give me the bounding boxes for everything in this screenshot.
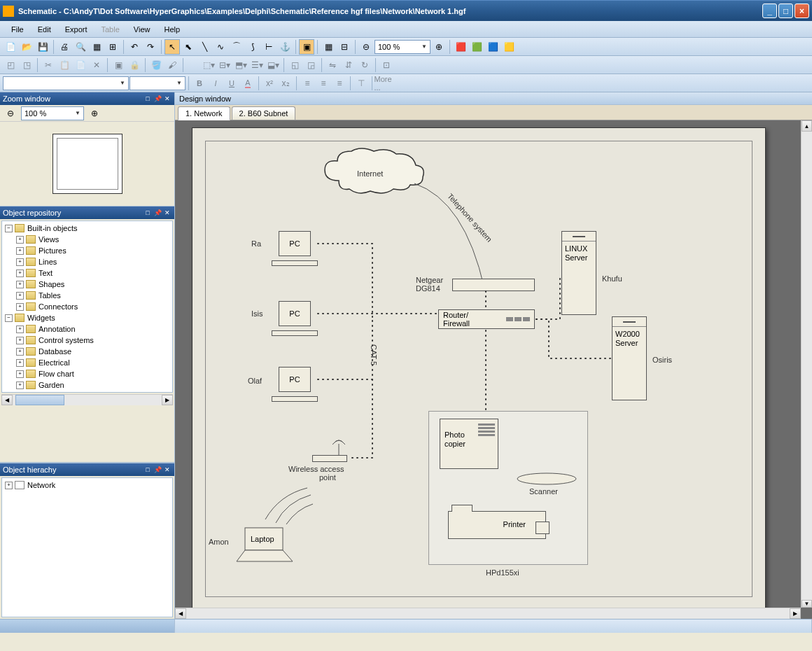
page-setup-button[interactable]: ▦ bbox=[89, 39, 104, 55]
menu-view[interactable]: View bbox=[128, 23, 156, 36]
w2000-server[interactable]: W2000 Server bbox=[612, 316, 647, 400]
tree-node-builtin[interactable]: −Built-in objects bbox=[4, 223, 171, 234]
minimize-button[interactable]: _ bbox=[762, 4, 777, 18]
italic-button[interactable]: I bbox=[208, 76, 223, 91]
repository-tree[interactable]: −Built-in objects +Views +Pictures +Line… bbox=[1, 220, 173, 393]
open-button[interactable]: 📂 bbox=[19, 39, 34, 55]
tab-b60-subnet[interactable]: 2. B60 Subnet bbox=[232, 106, 296, 120]
expand-icon[interactable]: + bbox=[16, 326, 24, 333]
horizontal-scrollbar[interactable]: ◀ ▶ bbox=[175, 608, 801, 619]
polyline-tool[interactable]: ∿ bbox=[213, 39, 228, 55]
tree-node-text[interactable]: +Text bbox=[4, 267, 171, 279]
align-t-button[interactable]: ⬒▾ bbox=[233, 57, 248, 73]
curve-tool[interactable]: ⌒ bbox=[229, 39, 244, 55]
scanner[interactable] bbox=[515, 472, 578, 486]
menu-help[interactable]: Help bbox=[158, 23, 186, 36]
expand-icon[interactable]: + bbox=[16, 382, 24, 389]
dist-h-button[interactable]: ⬚▾ bbox=[201, 57, 216, 73]
tree-node-widgets[interactable]: −Widgets bbox=[4, 312, 171, 323]
copy-button[interactable]: 📋 bbox=[57, 57, 72, 73]
expand-icon[interactable]: + bbox=[16, 348, 24, 356]
expand-icon[interactable]: + bbox=[16, 292, 24, 300]
amon-label[interactable]: Amon bbox=[209, 538, 229, 546]
arc-tool[interactable]: ⟆ bbox=[245, 39, 260, 55]
osiris-label[interactable]: Osiris bbox=[652, 356, 672, 364]
linux-server[interactable]: LINUX Server bbox=[561, 231, 596, 315]
redo-button[interactable]: ↷ bbox=[143, 39, 158, 55]
tree-node-flowchart[interactable]: +Flow chart bbox=[4, 368, 171, 379]
align-b-button[interactable]: ⬓▾ bbox=[265, 57, 281, 73]
expand-icon[interactable]: + bbox=[5, 482, 13, 489]
cut-button[interactable]: ✂ bbox=[41, 57, 56, 73]
expand-icon[interactable]: + bbox=[16, 281, 24, 288]
align-left-button[interactable]: ◰ bbox=[3, 57, 18, 73]
olaf-label[interactable]: Olaf bbox=[248, 377, 262, 385]
bold-button[interactable]: B bbox=[192, 76, 207, 91]
netgear-label[interactable]: Netgear bbox=[416, 276, 443, 284]
vertical-scrollbar[interactable]: ▲ ▼ bbox=[801, 120, 812, 608]
cat5-label[interactable]: CAT 5 bbox=[370, 344, 378, 365]
expand-icon[interactable]: + bbox=[16, 337, 24, 344]
tree-node-tables[interactable]: +Tables bbox=[4, 290, 171, 301]
layers-mix-button[interactable]: 🟨 bbox=[501, 39, 517, 55]
dist-v-button[interactable]: ⊟▾ bbox=[217, 57, 232, 73]
flip-v-button[interactable]: ⇵ bbox=[341, 57, 356, 73]
tree-node-pictures[interactable]: +Pictures bbox=[4, 245, 171, 256]
subscript-button[interactable]: x₂ bbox=[278, 76, 293, 91]
printer[interactable]: Printer bbox=[448, 511, 546, 539]
save-button[interactable]: 💾 bbox=[35, 39, 50, 55]
network-diagram[interactable]: Internet Telephone system PC Ra PC bbox=[206, 141, 752, 596]
pc-ra-base[interactable] bbox=[272, 260, 318, 266]
zoom-out-button[interactable]: ⊖ bbox=[358, 39, 374, 55]
maximize-button[interactable]: □ bbox=[778, 4, 793, 18]
expand-icon[interactable]: + bbox=[16, 370, 24, 378]
expand-icon[interactable]: + bbox=[16, 258, 24, 266]
zoom-in-button[interactable]: ⊕ bbox=[431, 39, 447, 55]
lock-button[interactable]: 🔒 bbox=[127, 57, 142, 73]
pc-ra-monitor[interactable]: PC bbox=[279, 231, 311, 256]
panel-close-icon[interactable]: ✕ bbox=[163, 94, 172, 103]
flip-h-button[interactable]: ⇋ bbox=[325, 57, 340, 73]
zoom-in-panel-button[interactable]: ⊕ bbox=[87, 106, 102, 121]
select-tool[interactable]: ↖ bbox=[164, 39, 180, 55]
isis-label[interactable]: Isis bbox=[251, 309, 263, 318]
expand-icon[interactable]: + bbox=[16, 359, 24, 367]
wireless-ap[interactable] bbox=[312, 455, 347, 462]
tree-node-lines[interactable]: +Lines bbox=[4, 256, 171, 267]
scroll-thumb[interactable] bbox=[15, 395, 64, 405]
hierarchy-tree[interactable]: +Network bbox=[1, 477, 173, 617]
point-label[interactable]: point bbox=[319, 473, 336, 482]
tab-network[interactable]: 1. Network bbox=[178, 106, 230, 120]
pc-isis-base[interactable] bbox=[272, 330, 318, 336]
paste-button[interactable]: 📄 bbox=[73, 57, 88, 73]
snap-button[interactable]: ▣ bbox=[299, 39, 314, 55]
grid-button[interactable]: ▦ bbox=[321, 39, 336, 55]
zoom-combo[interactable]: 100 % ▼ bbox=[374, 40, 430, 54]
tree-node-annotation[interactable]: +Annotation bbox=[4, 323, 171, 335]
align-m-button[interactable]: ☰▾ bbox=[249, 57, 265, 73]
align-right-button[interactable]: ◳ bbox=[19, 57, 34, 73]
superscript-button[interactable]: x² bbox=[262, 76, 277, 91]
expand-icon[interactable]: + bbox=[16, 303, 24, 311]
delete-button[interactable]: ✕ bbox=[89, 57, 104, 73]
scroll-right-button[interactable]: ▶ bbox=[162, 395, 173, 405]
tree-scrollbar[interactable]: ◀ ▶ bbox=[1, 394, 173, 405]
panel-dock-icon[interactable]: □ bbox=[144, 465, 152, 474]
more-formats-button[interactable]: More ... bbox=[375, 76, 391, 91]
pointer-tool[interactable]: ⬉ bbox=[181, 39, 196, 55]
align-text-center-button[interactable]: ≡ bbox=[316, 76, 331, 91]
scroll-left-button[interactable]: ◀ bbox=[1, 395, 13, 405]
zoom-preview[interactable] bbox=[0, 122, 174, 206]
close-button[interactable]: × bbox=[794, 4, 809, 18]
back-button[interactable]: ◲ bbox=[303, 57, 318, 73]
menu-edit[interactable]: Edit bbox=[32, 23, 57, 36]
expand-icon[interactable]: + bbox=[16, 270, 24, 277]
print-preview-button[interactable]: 🔍 bbox=[73, 39, 88, 55]
panel-pin-icon[interactable]: 📌 bbox=[153, 94, 162, 103]
laptop-icon[interactable]: Laptop bbox=[235, 525, 295, 564]
fill-button[interactable]: 🪣 bbox=[148, 57, 164, 73]
panel-pin-icon[interactable]: 📌 bbox=[153, 465, 162, 474]
panel-close-icon[interactable]: ✕ bbox=[163, 465, 172, 474]
wireless-label[interactable]: Wireless access bbox=[288, 465, 344, 473]
khufu-label[interactable]: Khufu bbox=[602, 274, 622, 283]
